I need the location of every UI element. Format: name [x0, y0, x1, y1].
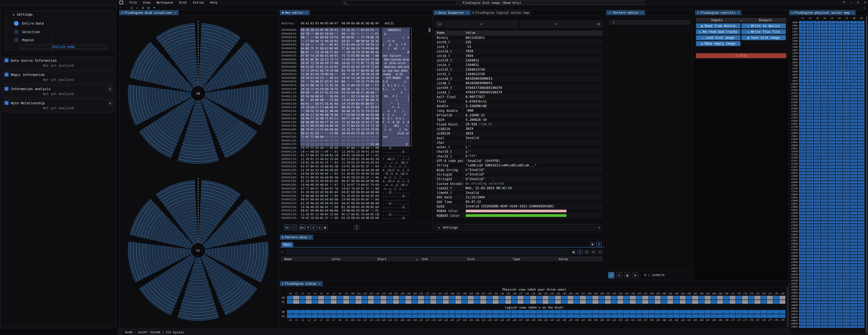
ascii-char[interactable]: .	[402, 28, 404, 32]
ascii-char[interactable]: r	[406, 124, 407, 128]
ascii-char[interactable]: n	[399, 65, 401, 69]
ascii-char[interactable]: .	[388, 142, 389, 146]
ascii-char[interactable]: S	[383, 80, 384, 83]
sector-cell[interactable]: #209	[814, 166, 820, 168]
ascii-char[interactable]: .	[406, 80, 407, 83]
ascii-char[interactable]: 8	[396, 72, 398, 76]
ascii-char[interactable]: .	[399, 39, 401, 43]
global-search[interactable]	[343, 0, 456, 5]
ascii-char[interactable]: .	[401, 176, 402, 179]
ascii-char[interactable]	[404, 76, 406, 80]
ascii-char[interactable]: 3	[396, 28, 398, 32]
ascii-char[interactable]: .	[393, 187, 394, 191]
hex-byte[interactable]: 03	[375, 109, 379, 113]
sector-cell[interactable]: #358	[850, 264, 857, 267]
ascii-char[interactable]: .	[406, 32, 407, 36]
hex-byte[interactable]: 97	[305, 198, 310, 201]
sector-cell[interactable]: #421	[850, 310, 857, 312]
sector-cell[interactable]: #31	[828, 36, 835, 39]
ascii-char[interactable]: =	[399, 165, 401, 168]
sector-cell[interactable]: #399	[821, 298, 828, 300]
hex-byte[interactable]: 00	[355, 35, 360, 39]
sector-cell[interactable]: #171	[799, 141, 806, 143]
hex-byte[interactable]: 01	[305, 132, 310, 135]
hex-byte[interactable]: 01	[329, 153, 334, 157]
sector-cell[interactable]: #297	[799, 221, 806, 223]
hex-byte[interactable]: B4	[324, 128, 329, 132]
hex-byte[interactable]: A6	[334, 98, 339, 102]
hex-byte[interactable]: 41	[334, 28, 339, 32]
ascii-char[interactable]: .	[399, 161, 401, 165]
sector-cell[interactable]: #118	[806, 104, 813, 107]
sector-cell[interactable]: #26	[858, 33, 864, 36]
hex-byte[interactable]: 6E	[315, 58, 319, 61]
ascii-char[interactable]: c	[388, 179, 389, 183]
ascii-char[interactable]: %	[396, 124, 398, 128]
hex-byte[interactable]: B1	[341, 205, 346, 209]
ascii-char[interactable]: .	[406, 213, 407, 216]
sector-cell[interactable]: #196	[850, 147, 857, 150]
ascii-char[interactable]: .	[406, 47, 407, 50]
ascii-char[interactable]: S	[386, 76, 388, 80]
ascii-char[interactable]: .	[399, 124, 401, 128]
hex-byte[interactable]: E8	[370, 106, 375, 109]
ascii-char[interactable]: .	[394, 150, 396, 154]
hex-byte[interactable]: 40	[360, 161, 365, 165]
sector-cell[interactable]: #379	[806, 285, 813, 288]
sector-cell[interactable]: #404	[858, 298, 864, 300]
ascii-char[interactable]: .	[388, 32, 389, 36]
ascii-char[interactable]: s	[383, 69, 384, 73]
hex-byte[interactable]: 13	[360, 128, 365, 132]
ascii-char[interactable]: @	[389, 157, 391, 161]
sector-cell[interactable]: #287	[858, 215, 864, 217]
sector-cell[interactable]: #302	[836, 227, 842, 229]
hex-byte[interactable]: 00	[370, 198, 375, 201]
sector-cell[interactable]: #166	[828, 138, 835, 140]
sector-cell[interactable]: #367	[850, 267, 857, 270]
sector-cell[interactable]: #214	[850, 166, 857, 168]
sector-cell[interactable]: #287	[858, 208, 864, 211]
sector-cell[interactable]: #236	[814, 187, 820, 190]
ascii-char[interactable]: .	[386, 35, 388, 39]
sector-cell[interactable]: #396	[799, 291, 806, 294]
ascii-char[interactable]: .	[402, 201, 404, 205]
hex-byte[interactable]: 00	[341, 135, 346, 139]
hex-byte[interactable]: 00	[375, 135, 379, 139]
hex-byte[interactable]: 73	[300, 69, 305, 73]
hex-byte[interactable]: A1	[355, 87, 360, 91]
hex-byte[interactable]: 7C	[375, 94, 379, 99]
hex-byte[interactable]: C0	[341, 209, 346, 213]
sector-cell[interactable]: #296	[858, 218, 864, 220]
ascii-char[interactable]: o	[386, 58, 388, 61]
ascii-char[interactable]: I	[402, 168, 404, 172]
hex-byte[interactable]: 00	[324, 135, 329, 139]
hex-byte[interactable]: 44	[346, 132, 350, 135]
hex-byte[interactable]: 09	[365, 47, 370, 50]
sector-cell[interactable]: #324	[799, 242, 806, 245]
hex-byte[interactable]: 0A	[300, 65, 305, 69]
hex-byte[interactable]: 07	[329, 187, 334, 191]
sector-cell[interactable]: #298	[806, 221, 813, 223]
jump-last-button[interactable]: >|	[594, 21, 602, 28]
ascii-char[interactable]: .	[396, 205, 398, 209]
pattern-data-column-size[interactable]: Size	[464, 257, 510, 261]
ascii-char[interactable]	[386, 28, 388, 32]
hex-byte[interactable]: 72	[370, 124, 375, 128]
sector-cell[interactable]: #351	[799, 258, 806, 260]
sector-cell[interactable]: #50	[836, 49, 842, 51]
sector-cell[interactable]: #88	[850, 79, 857, 82]
ascii-char[interactable]: .	[384, 106, 386, 109]
sector-cell[interactable]: #250	[850, 184, 857, 187]
sector-cell[interactable]: #10	[806, 30, 813, 33]
hex-byte[interactable]: E9	[351, 98, 355, 102]
sector-cell[interactable]: #419	[836, 304, 842, 306]
sector-cell[interactable]: #278	[858, 212, 864, 214]
sector-cell[interactable]: #202	[828, 162, 835, 165]
menu-help[interactable]: Help	[207, 1, 220, 4]
ascii-char[interactable]: y	[389, 187, 391, 191]
sector-cell[interactable]: #293	[836, 224, 842, 226]
ascii-char[interactable]: o	[383, 54, 384, 58]
hex-byte[interactable]: 15	[346, 128, 350, 132]
sector-cell[interactable]: #267	[843, 196, 850, 199]
ascii-char[interactable]: .	[406, 139, 407, 143]
